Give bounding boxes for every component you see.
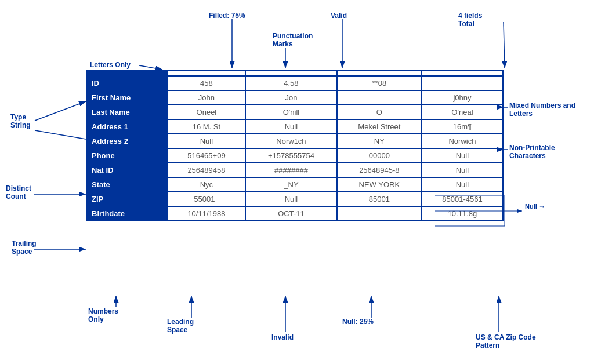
field-header-cell: State: [86, 177, 168, 192]
cell-row5-col3: 00000: [337, 148, 422, 163]
table-row: Phone516465+09+157855575400000Null: [86, 148, 503, 163]
cell-row0-col4: [422, 76, 503, 90]
table-row: ZIP55001_Null8500185001-4561: [86, 192, 503, 206]
svg-line-7: [35, 101, 86, 121]
table-row: Last NameOneelO'nillOO'neal: [86, 105, 503, 119]
field-header-cell: Address 2: [86, 134, 168, 148]
annotation-us-ca-zip: US & CA Zip CodePattern: [476, 333, 536, 350]
annotation-trailing-space: TrailingSpace: [12, 239, 37, 256]
cell-row6-col2: ########: [245, 163, 337, 177]
annotation-non-printable: Non-PrintableCharacters: [509, 144, 555, 160]
annotation-valid: Valid: [331, 12, 347, 20]
cell-row5-col1: 516465+09: [168, 148, 245, 163]
cell-row7-col4: Null: [422, 177, 503, 192]
annotation-null-bracket: Null →: [525, 203, 545, 210]
field-header-cell: ZIP: [86, 192, 168, 206]
cell-row4-col3: NY: [337, 134, 422, 148]
cell-row9-col4: 10.11.8g: [422, 206, 503, 221]
table-row: Nat ID256489458########25648945-8Null: [86, 163, 503, 177]
cell-row4-col1: Null: [168, 134, 245, 148]
annotation-four-fields: 4 fieldsTotal: [458, 12, 482, 28]
field-header-cell: Address 1: [86, 119, 168, 134]
cell-row8-col3: 85001: [337, 192, 422, 206]
cell-row2-col3: O: [337, 105, 422, 119]
field-header-cell: Birthdate: [86, 206, 168, 221]
cell-row9-col2: OCT-11: [245, 206, 337, 221]
table-row: First NameJohnJonj0hny: [86, 90, 503, 105]
cell-row3-col3: Mekel Street: [337, 119, 422, 134]
svg-line-5: [504, 22, 505, 68]
table-row: StateNyc_NYNEW YORKNull: [86, 177, 503, 192]
field-header-cell: First Name: [86, 90, 168, 105]
cell-row9-col3: [337, 206, 422, 221]
annotation-numbers-only: NumbersOnly: [88, 307, 118, 323]
cell-row1-col3: [337, 90, 422, 105]
cell-row3-col4: 16m¶: [422, 119, 503, 134]
cell-row8-col4: 85001-4561: [422, 192, 503, 206]
annotation-filled: Filled: 75%: [209, 12, 245, 20]
field-header-cell: Last Name: [86, 105, 168, 119]
cell-row9-col1: 10/11/1988: [168, 206, 245, 221]
cell-row0-col2: 4.58: [245, 76, 337, 90]
annotation-punctuation: PunctuationMarks: [273, 32, 313, 48]
table-row: ID4584.58**08: [86, 76, 503, 90]
cell-row2-col2: O'nill: [245, 105, 337, 119]
annotation-type-string: TypeString: [10, 113, 31, 129]
col-header-4: [422, 70, 503, 76]
field-header-cell: Nat ID: [86, 163, 168, 177]
col-header-1: [168, 70, 245, 76]
cell-row2-col4: O'neal: [422, 105, 503, 119]
cell-row3-col1: 16 M. St: [168, 119, 245, 134]
table-row: Address 116 M. StNullMekel Street16m¶: [86, 119, 503, 134]
col-header-2: [245, 70, 337, 76]
annotation-invalid: Invalid: [271, 333, 294, 341]
cell-row0-col3: **08: [337, 76, 422, 90]
cell-row4-col4: Norwich: [422, 134, 503, 148]
cell-row7-col2: _NY: [245, 177, 337, 192]
table-row: Address 2NullNorw1chNYNorwich: [86, 134, 503, 148]
cell-row6-col3: 25648945-8: [337, 163, 422, 177]
col-header-field: [86, 70, 168, 76]
cell-row6-col4: Null: [422, 163, 503, 177]
annotation-distinct-count: DistinctCount: [6, 184, 31, 201]
annotation-letters-only: Letters Only: [90, 61, 131, 69]
field-header-cell: Phone: [86, 148, 168, 163]
svg-line-6: [139, 65, 162, 70]
table-row: Birthdate10/11/1988OCT-1110.11.8g: [86, 206, 503, 221]
cell-row0-col1: 458: [168, 76, 245, 90]
svg-line-8: [35, 130, 86, 139]
main-container: ID4584.58**08First NameJohnJonj0hnyLast …: [0, 0, 594, 364]
cell-row2-col1: Oneel: [168, 105, 245, 119]
field-header-cell: ID: [86, 76, 168, 90]
data-table: ID4584.58**08First NameJohnJonj0hnyLast …: [86, 70, 504, 221]
annotation-mixed-numbers: Mixed Numbers andLetters: [509, 101, 575, 118]
cell-row5-col4: Null: [422, 148, 503, 163]
annotation-leading-space: LeadingSpace: [167, 318, 194, 334]
cell-row1-col1: John: [168, 90, 245, 105]
cell-row1-col4: j0hny: [422, 90, 503, 105]
cell-row5-col2: +1578555754: [245, 148, 337, 163]
cell-row4-col2: Norw1ch: [245, 134, 337, 148]
cell-row1-col2: Jon: [245, 90, 337, 105]
cell-row6-col1: 256489458: [168, 163, 245, 177]
cell-row3-col2: Null: [245, 119, 337, 134]
annotation-null-25: Null: 25%: [342, 318, 374, 326]
cell-row8-col1: 55001_: [168, 192, 245, 206]
cell-row8-col2: Null: [245, 192, 337, 206]
cell-row7-col3: NEW YORK: [337, 177, 422, 192]
cell-row7-col1: Nyc: [168, 177, 245, 192]
col-header-3: [337, 70, 422, 76]
